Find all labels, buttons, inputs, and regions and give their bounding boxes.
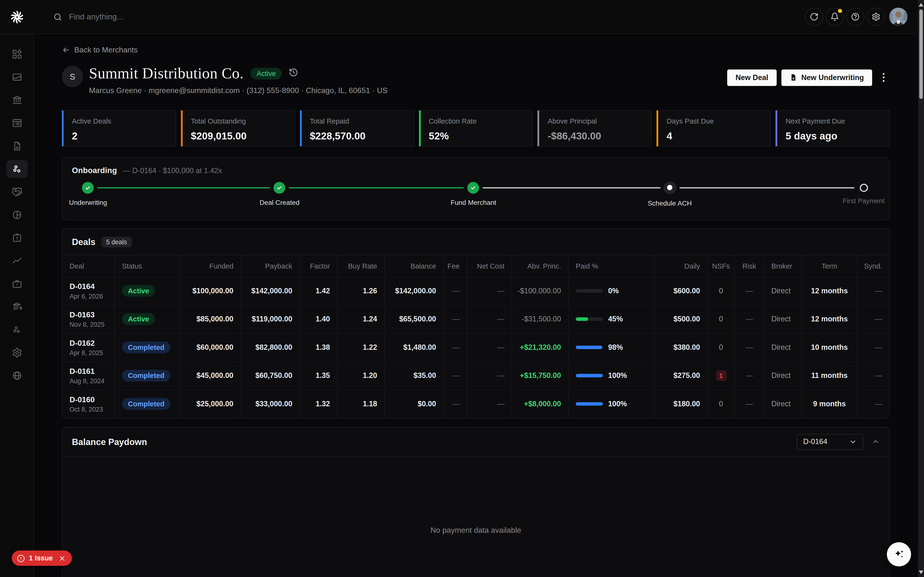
cell-abv-princ: -$31,500.00	[512, 305, 568, 333]
merchant-avatar: S	[62, 66, 83, 87]
sidebar-item-network[interactable]	[6, 321, 27, 338]
cell-paid-pct: 0%	[568, 277, 654, 305]
scrollbar[interactable]	[918, 0, 924, 577]
cell-deal[interactable]: D-0161 Aug 8, 2024	[63, 362, 115, 390]
onboarding-steps: Underwriting Deal Created Fund Merchant …	[72, 182, 880, 212]
issue-banner[interactable]: 1 Issue	[12, 551, 72, 566]
sidebar-item-compliance[interactable]	[6, 298, 27, 316]
cell-fee: —	[443, 334, 467, 361]
paid-progress-bar	[576, 289, 603, 293]
onboarding-step: Schedule ACH	[632, 182, 708, 206]
cell-deal[interactable]: D-0163 Nov 8, 2025	[63, 305, 115, 333]
sidebar-item-ledger[interactable]	[6, 114, 27, 132]
cell-funded: $60,000.00	[179, 334, 241, 361]
scrollbar-down-arrow[interactable]	[918, 569, 924, 575]
deals-card: Deals 5 deals DealStatusFundedPaybackFac…	[62, 228, 890, 418]
sidebar-item-analytics[interactable]	[6, 252, 27, 269]
sidebar-item-global[interactable]	[6, 367, 27, 384]
more-options-button[interactable]	[877, 69, 890, 86]
cell-deal[interactable]: D-0164 Apr 6, 2026	[63, 277, 115, 305]
refresh-button[interactable]	[805, 8, 823, 26]
scrollbar-thumb[interactable]	[919, 10, 923, 99]
help-button[interactable]	[846, 8, 864, 26]
cell-deal[interactable]: D-0162 Apr 8, 2025	[63, 334, 115, 361]
deal-id: D-0162	[69, 338, 95, 347]
column-header: Paid %	[568, 255, 654, 276]
sidebar-item-deals[interactable]	[6, 183, 27, 201]
back-to-merchants-link[interactable]: Back to Merchants	[62, 45, 137, 54]
cell-daily: $500.00	[654, 305, 707, 333]
settings-button[interactable]	[867, 8, 885, 26]
sidebar-item-briefcase[interactable]	[6, 275, 27, 293]
status-badge: Active	[122, 285, 155, 297]
cell-net_cost: —	[467, 334, 512, 361]
scrollbar-up-arrow[interactable]	[918, 2, 924, 8]
sidebar-item-settings[interactable]	[6, 344, 27, 361]
table-row[interactable]: D-0160 Oct 8, 2023 Completed $25,000.00 …	[63, 390, 889, 418]
deals-header-row: DealStatusFundedPaybackFactorBuy RateBal…	[63, 255, 889, 276]
cell-broker: Direct	[764, 362, 801, 390]
ai-assistant-button[interactable]	[887, 542, 911, 566]
sidebar-item-issues[interactable]	[6, 229, 27, 247]
cell-balance: $0.00	[384, 390, 443, 417]
alert-octagon-icon	[17, 554, 25, 562]
search-input[interactable]	[68, 12, 318, 22]
column-header: Buy Rate	[337, 255, 384, 276]
collapse-section-button[interactable]	[872, 438, 880, 446]
cell-payback: $60,750.00	[241, 362, 299, 390]
stat-value: 4	[667, 130, 762, 142]
cell-term: 10 months	[801, 334, 857, 361]
status-badge: Completed	[122, 342, 170, 353]
help-icon	[851, 12, 860, 21]
deal-selector[interactable]: D-0164	[797, 434, 863, 450]
back-label: Back to Merchants	[74, 45, 138, 54]
sidebar-item-inbox[interactable]	[6, 68, 27, 86]
bank-icon	[11, 95, 22, 105]
cell-risk: —	[734, 362, 764, 390]
nsf-count: 0	[719, 400, 723, 408]
global-search	[53, 12, 805, 22]
deal-id: D-0160	[69, 395, 95, 404]
stats-row: Active Deals 2 Total Outstanding $209,01…	[62, 110, 890, 147]
cell-factor: 1.38	[299, 334, 337, 361]
paid-bar-fill	[576, 374, 603, 377]
cell-status: Completed	[114, 390, 179, 417]
cell-term: 11 months	[801, 362, 857, 390]
sidebar-item-documents[interactable]	[6, 137, 27, 155]
onboarding-connector	[97, 187, 270, 188]
cell-funded: $45,000.00	[179, 362, 241, 390]
table-row[interactable]: D-0162 Apr 8, 2025 Completed $60,000.00 …	[63, 333, 889, 361]
sidebar-item-portfolio[interactable]	[6, 206, 27, 224]
paid-label: 100%	[608, 371, 627, 380]
cell-broker: Direct	[764, 334, 801, 361]
cell-deal[interactable]: D-0160 Oct 8, 2023	[63, 390, 115, 417]
onboarding-title: Onboarding	[72, 166, 117, 174]
cell-paid-pct: 100%	[568, 362, 654, 390]
stat-card: Total Repaid $228,570.00	[300, 110, 414, 147]
cell-buy_rate: 1.22	[337, 334, 384, 361]
app-logo[interactable]	[0, 0, 34, 34]
deals-rows: D-0164 Apr 6, 2026 Active $100,000.00 $1…	[63, 276, 889, 418]
new-underwriting-button[interactable]: New Underwriting	[781, 69, 872, 86]
new-deal-button[interactable]: New Deal	[727, 69, 777, 86]
header-actions: New Deal New Underwriting	[727, 69, 890, 86]
deal-id: D-0163	[69, 310, 95, 319]
sidebar-item-merchants[interactable]	[6, 160, 27, 178]
table-row[interactable]: D-0161 Aug 8, 2024 Completed $45,000.00 …	[63, 361, 889, 390]
sidebar-item-bank[interactable]	[6, 91, 27, 109]
column-header: Term	[801, 255, 857, 276]
stat-value: 5 days ago	[786, 130, 881, 142]
paid-label: 98%	[608, 343, 623, 351]
history-button[interactable]	[289, 67, 298, 79]
sidebar-item-dashboard[interactable]	[6, 45, 27, 63]
table-row[interactable]: D-0164 Apr 6, 2026 Active $100,000.00 $1…	[63, 276, 889, 305]
deal-id: D-0164	[69, 282, 95, 291]
cell-synd: —	[857, 334, 889, 361]
balance-paydown-card: Balance Paydown D-0164 No payment data a…	[62, 427, 890, 577]
close-icon[interactable]	[58, 554, 66, 562]
notifications-button[interactable]	[825, 8, 844, 26]
cell-broker: Direct	[764, 390, 801, 417]
cell-abv-princ: +$15,750.00	[512, 362, 568, 390]
table-row[interactable]: D-0163 Nov 8, 2025 Active $85,000.00 $11…	[63, 305, 889, 333]
user-avatar[interactable]	[889, 8, 908, 26]
